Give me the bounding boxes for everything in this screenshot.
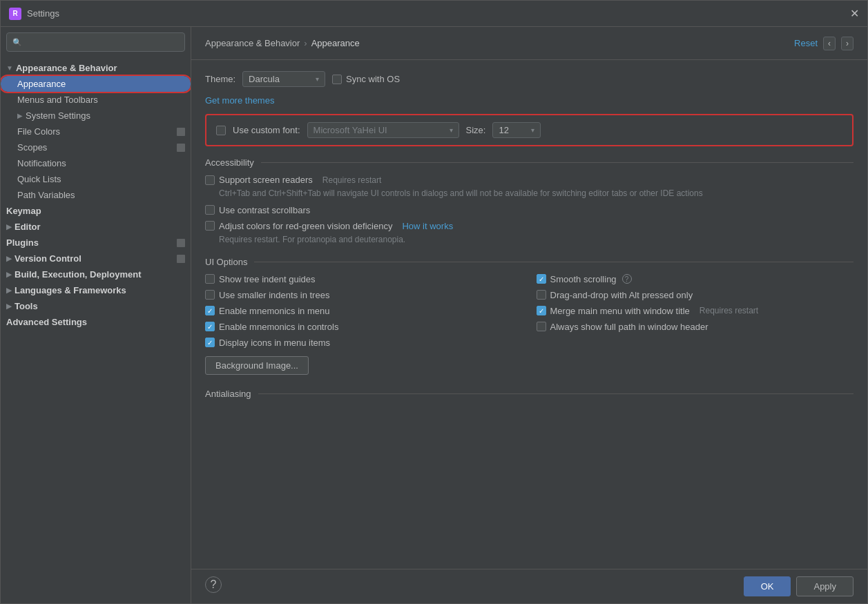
smaller-indents-label: Use smaller indents in trees xyxy=(219,290,329,300)
mnemonics-menu-checkbox[interactable] xyxy=(205,306,215,315)
arrow-icon: ▶ xyxy=(6,223,12,231)
screen-readers-checkbox[interactable] xyxy=(205,175,215,185)
custom-font-label: Use custom font: xyxy=(233,125,300,135)
smooth-scrolling-help-icon[interactable]: ? xyxy=(622,274,632,284)
sidebar-item-editor[interactable]: ▶ Editor xyxy=(1,219,191,235)
sidebar-tree: ▼ Appearance & Behavior Appearance Menus… xyxy=(1,57,191,603)
display-icons-row: Display icons in menu items xyxy=(205,338,523,348)
forward-button[interactable]: › xyxy=(841,37,853,50)
arrow-icon: ▼ xyxy=(6,64,13,72)
color-deficiency-row: Adjust colors for red-green vision defic… xyxy=(205,221,853,231)
theme-label: Theme: xyxy=(205,74,235,84)
sidebar-label: File Colors xyxy=(17,126,60,137)
smaller-indents-checkbox[interactable] xyxy=(205,290,215,300)
size-label: Size: xyxy=(466,125,486,135)
search-icon: 🔍 xyxy=(12,38,22,47)
mnemonics-menu-label: Enable mnemonics in menu xyxy=(219,306,329,316)
custom-font-box: Use custom font: Microsoft YaHei UI ▾ Si… xyxy=(205,114,853,146)
smaller-indents-row: Use smaller indents in trees xyxy=(205,290,523,300)
apply-button[interactable]: Apply xyxy=(796,576,853,596)
sidebar-label: Path Variables xyxy=(17,190,75,200)
show-tree-indent-row: Show tree indent guides xyxy=(205,274,523,284)
back-button[interactable]: ‹ xyxy=(823,37,836,50)
breadcrumb-part1[interactable]: Appearance & Behavior xyxy=(205,38,300,48)
sidebar-item-appearance[interactable]: Appearance xyxy=(1,76,191,92)
background-image-button[interactable]: Background Image... xyxy=(205,356,309,375)
display-icons-label: Display icons in menu items xyxy=(219,338,330,348)
sidebar-label: Editor xyxy=(15,222,41,232)
smooth-scrolling-label: Smooth scrolling xyxy=(550,274,617,284)
display-icons-checkbox[interactable] xyxy=(205,338,215,347)
sidebar-item-keymap[interactable]: Keymap xyxy=(1,203,191,219)
ui-options-grid: Show tree indent guides Smooth scrolling… xyxy=(205,274,853,348)
sidebar-item-advanced[interactable]: Advanced Settings xyxy=(1,314,191,330)
sidebar-item-path-variables[interactable]: Path Variables xyxy=(1,187,191,203)
reset-button[interactable]: Reset xyxy=(794,38,818,48)
search-input[interactable] xyxy=(25,37,179,47)
main-content: 🔍 ▼ Appearance & Behavior Appearance Men… xyxy=(1,27,867,603)
theme-select[interactable]: Darcula ▾ xyxy=(242,71,325,87)
arrow-icon: ▶ xyxy=(6,286,12,294)
help-button[interactable]: ? xyxy=(205,576,222,593)
drag-drop-checkbox[interactable] xyxy=(537,290,546,300)
sidebar-label: Appearance & Behavior xyxy=(16,63,117,73)
contrast-scrollbars-checkbox[interactable] xyxy=(205,205,215,215)
sidebar-item-tools[interactable]: ▶ Tools xyxy=(1,298,191,314)
show-tree-indent-checkbox[interactable] xyxy=(205,274,215,284)
mnemonics-controls-checkbox[interactable] xyxy=(205,322,215,331)
ok-button[interactable]: OK xyxy=(744,576,791,596)
scopes-icon xyxy=(177,144,185,152)
sidebar-label: Advanced Settings xyxy=(6,317,87,327)
theme-value: Darcula xyxy=(249,74,280,84)
sync-os-row: Sync with OS xyxy=(332,74,400,84)
sidebar-label: Version Control xyxy=(15,253,81,264)
screen-readers-row: Support screen readers Requires restart xyxy=(205,175,853,185)
file-colors-icon xyxy=(177,128,185,136)
window-title: Settings xyxy=(27,8,59,19)
size-select[interactable]: 12 ▾ xyxy=(492,122,541,138)
close-button[interactable]: ✕ xyxy=(850,7,859,20)
sidebar-item-build[interactable]: ▶ Build, Execution, Deployment xyxy=(1,266,191,282)
empty-cell xyxy=(537,338,854,348)
accessibility-label: Accessibility xyxy=(205,157,254,168)
smooth-scrolling-checkbox[interactable] xyxy=(537,274,546,284)
merge-main-menu-checkbox[interactable] xyxy=(537,306,546,315)
sidebar-item-file-colors[interactable]: File Colors xyxy=(1,124,191,139)
always-full-path-checkbox[interactable] xyxy=(537,322,546,331)
search-box[interactable]: 🔍 xyxy=(6,32,185,52)
settings-window: R Settings ✕ 🔍 ▼ Appearance & Behavior A… xyxy=(0,0,868,604)
sidebar-item-version-control[interactable]: ▶ Version Control xyxy=(1,251,191,266)
size-value: 12 xyxy=(499,125,508,135)
antialiasing-section-title: Antialiasing xyxy=(205,389,853,399)
sidebar-item-notifications[interactable]: Notifications xyxy=(1,155,191,171)
sidebar-label: Tools xyxy=(15,301,38,311)
title-bar: R Settings ✕ xyxy=(1,1,867,27)
sidebar-item-system-settings[interactable]: ▶ System Settings xyxy=(1,108,191,124)
content-header: Appearance & Behavior › Appearance Reset… xyxy=(191,27,867,60)
sidebar-item-plugins[interactable]: Plugins xyxy=(1,235,191,251)
sidebar-label: Menus and Toolbars xyxy=(17,95,98,105)
sidebar-item-appearance-behavior[interactable]: ▼ Appearance & Behavior xyxy=(1,60,191,76)
custom-font-checkbox[interactable] xyxy=(216,126,226,135)
sidebar-item-quick-lists[interactable]: Quick Lists xyxy=(1,171,191,187)
ui-options-section-title: UI Options xyxy=(205,257,853,267)
plugins-icon xyxy=(177,239,185,247)
sidebar-item-languages[interactable]: ▶ Languages & Frameworks xyxy=(1,282,191,298)
sync-os-checkbox[interactable] xyxy=(332,75,342,84)
sidebar: 🔍 ▼ Appearance & Behavior Appearance Men… xyxy=(1,27,191,603)
get-more-themes-link[interactable]: Get more themes xyxy=(205,95,274,106)
how-it-works-link[interactable]: How it works xyxy=(402,221,453,231)
font-select[interactable]: Microsoft YaHei UI ▾ xyxy=(307,122,459,138)
sidebar-item-scopes[interactable]: Scopes xyxy=(1,139,191,155)
sidebar-label: Quick Lists xyxy=(17,174,61,184)
color-deficiency-checkbox[interactable] xyxy=(205,221,215,231)
screen-readers-label: Support screen readers xyxy=(219,175,313,185)
sidebar-label: Keymap xyxy=(6,206,41,216)
drag-drop-row: Drag-and-drop with Alt pressed only xyxy=(537,290,854,300)
show-tree-indent-label: Show tree indent guides xyxy=(219,274,315,284)
always-full-path-label: Always show full path in window header xyxy=(550,322,708,332)
sidebar-item-menus-toolbars[interactable]: Menus and Toolbars xyxy=(1,92,191,108)
merge-requires-restart: Requires restart xyxy=(700,306,758,315)
font-value: Microsoft YaHei UI xyxy=(314,125,387,135)
arrow-icon: ▶ xyxy=(6,302,12,310)
